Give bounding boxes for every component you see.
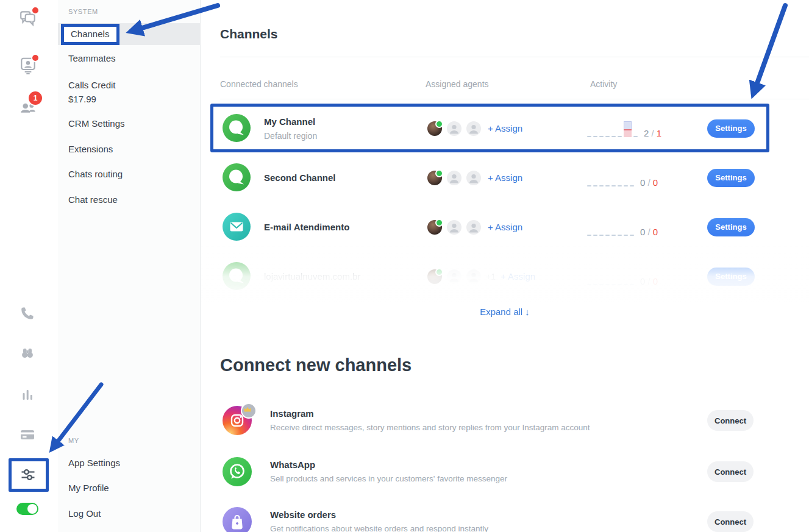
assign-link[interactable]: + Assign: [488, 222, 522, 232]
channel-name: My Channel: [264, 115, 317, 127]
sidebar-item-label: Channels: [71, 29, 109, 39]
agent-avatar-placeholder[interactable]: [466, 121, 481, 136]
channel-name: lojavirtualnuvem.com.br: [264, 271, 360, 283]
agent-avatar-placeholder[interactable]: [447, 171, 462, 185]
connect-button[interactable]: Connect: [707, 410, 754, 431]
email-channel-icon: [223, 213, 251, 241]
calls-credit-amount: $17.99: [68, 92, 200, 106]
jivo-channel-icon: [223, 114, 251, 142]
agent-avatar[interactable]: [427, 220, 442, 235]
column-header-assigned-agents: Assigned agents: [426, 79, 489, 89]
connect-button[interactable]: Connect: [707, 511, 754, 532]
settings-sidebar: SYSTEM Channels Teammates Calls Credit $…: [58, 0, 201, 532]
channel-subtitle: Default region: [264, 129, 317, 141]
activity-sparkline: 2 / 1: [587, 120, 661, 137]
agent-avatar[interactable]: [427, 269, 442, 284]
settings-button[interactable]: Settings: [707, 119, 755, 138]
reports-nav-button[interactable]: [19, 386, 37, 405]
sidebar-item-my-profile[interactable]: My Profile: [58, 483, 200, 493]
column-header-connected-channels: Connected channels: [220, 79, 298, 89]
connect-row-website-orders: Website orders Get notifications about w…: [201, 496, 809, 532]
agent-avatar-placeholder[interactable]: [447, 220, 462, 235]
online-dot: [435, 120, 443, 128]
agent-avatar-placeholder[interactable]: [466, 220, 481, 235]
connect-channel-description: Get notifications about website orders a…: [270, 523, 488, 532]
chats-nav-button[interactable]: [19, 9, 37, 27]
served-count: 0: [640, 177, 645, 188]
bar-chart-icon: [19, 386, 36, 403]
activity-sparkline: 0 / 0: [587, 169, 658, 186]
page-title: Channels: [220, 27, 278, 41]
jivo-channel-icon: [223, 163, 251, 191]
annotation-box-channels: Channels: [61, 24, 119, 45]
sidebar-item-extensions[interactable]: Extensions: [58, 144, 200, 154]
channel-row-second-channel: Second Channel + Assign 0 / 0 Settings: [201, 153, 809, 202]
sidebar-item-chats-routing[interactable]: Chats routing: [58, 169, 200, 179]
binoculars-icon: [19, 344, 36, 361]
sliders-icon: [20, 466, 37, 483]
assign-link[interactable]: + Assign: [488, 172, 522, 183]
connect-channel-name: WhatsApp: [270, 459, 507, 470]
sidebar-item-channels[interactable]: Channels: [58, 23, 200, 45]
sidebar-item-crm-settings[interactable]: CRM Settings: [58, 118, 200, 129]
sidebar-item-log-out[interactable]: Log Out: [58, 508, 200, 519]
online-status-toggle[interactable]: [16, 503, 38, 515]
team-nav-button[interactable]: 1: [19, 98, 37, 116]
channel-row-email: E-mail Atendimento + Assign 0 / 0 Settin…: [201, 202, 809, 252]
online-dot: [435, 219, 443, 227]
credit-card-icon: [19, 426, 36, 443]
settings-button[interactable]: Settings: [707, 169, 755, 187]
channels-page: Channels Connected channels Assigned age…: [201, 0, 809, 532]
extra-agents-count: +1: [486, 272, 496, 282]
connect-button[interactable]: Connect: [707, 461, 754, 482]
whatsapp-icon: [223, 457, 252, 486]
sidebar-item-chat-rescue[interactable]: Chat rescue: [58, 194, 200, 205]
served-count: 0: [640, 276, 645, 286]
served-count: 2: [644, 128, 649, 138]
toggle-knob: [27, 504, 37, 514]
activity-sparkline: 0 / 0: [587, 219, 658, 236]
missed-count: 0: [653, 276, 658, 286]
assign-link[interactable]: + Assign: [488, 123, 522, 133]
agent-avatar[interactable]: [427, 171, 442, 185]
agent-avatar-placeholder[interactable]: [466, 269, 481, 284]
expand-all-link[interactable]: Expand all ↓: [201, 307, 809, 317]
sidebar-item-label: Calls Credit: [68, 78, 200, 92]
premium-crown-badge: [241, 403, 257, 419]
agent-avatar[interactable]: [427, 121, 442, 136]
divider: [220, 57, 809, 57]
served-count: 0: [640, 227, 645, 237]
missed-count: 0: [653, 177, 658, 188]
channel-row-my-channel: My Channel Default region + Assign 2 / 1…: [201, 104, 809, 153]
search-archive-nav-button[interactable]: [19, 344, 37, 363]
my-section-label: MY: [68, 437, 79, 444]
billing-nav-button[interactable]: [19, 426, 37, 444]
notification-dot: [31, 54, 40, 62]
agent-avatar-placeholder[interactable]: [447, 121, 462, 136]
agent-avatar-placeholder[interactable]: [447, 269, 462, 284]
sidebar-item-calls-credit[interactable]: Calls Credit $17.99: [58, 78, 200, 106]
connect-channel-description: Receive direct messages, story mentions …: [270, 422, 590, 433]
missed-count: 0: [653, 227, 658, 237]
connect-channel-description: Sell products and services in your custo…: [270, 473, 507, 484]
app-settings-nav-button[interactable]: [20, 466, 38, 484]
contacts-nav-button[interactable]: [19, 56, 37, 74]
connect-new-channels-heading: Connect new channels: [220, 355, 412, 375]
sidebar-item-teammates[interactable]: Teammates: [58, 53, 200, 63]
channel-row-lojavirtualnuvem: lojavirtualnuvem.com.br +1 + Assign 0 / …: [201, 252, 809, 301]
icon-rail: 1: [0, 0, 59, 532]
connect-channel-name: Instagram: [270, 408, 590, 419]
assign-link[interactable]: + Assign: [501, 271, 535, 282]
connect-row-instagram: Instagram Receive direct messages, story…: [201, 395, 809, 446]
agent-avatar-placeholder[interactable]: [466, 171, 481, 185]
activity-bar: [624, 121, 632, 137]
notification-dot: [31, 6, 40, 15]
activity-sparkline: 0 / 0: [587, 268, 658, 285]
connect-row-whatsapp: WhatsApp Sell products and services in y…: [201, 446, 809, 497]
sidebar-item-app-settings[interactable]: App Settings: [58, 458, 200, 468]
settings-button[interactable]: Settings: [707, 218, 755, 236]
calls-nav-button[interactable]: [19, 305, 37, 323]
divider: [220, 99, 809, 99]
column-header-activity: Activity: [590, 79, 617, 89]
settings-button[interactable]: Settings: [707, 268, 755, 286]
